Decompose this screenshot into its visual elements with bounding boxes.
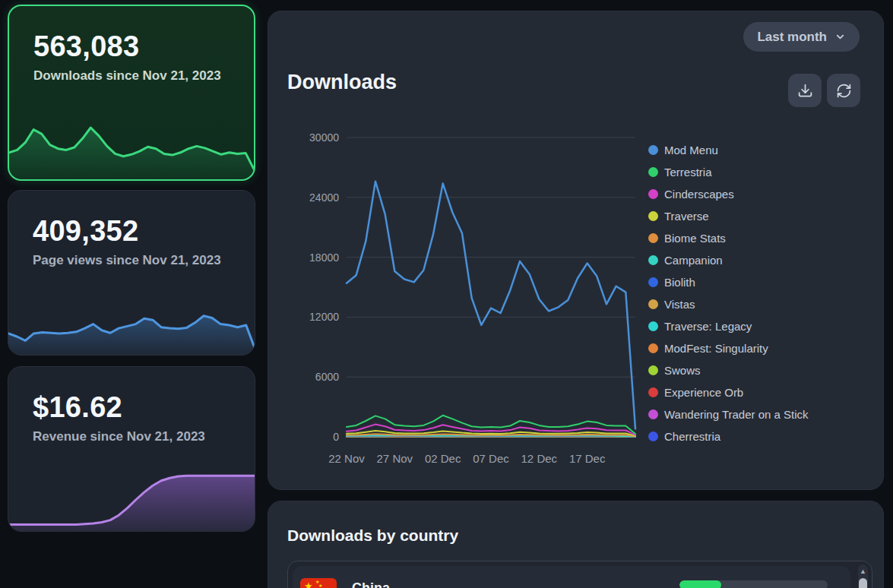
legend-label: Vistas — [664, 298, 695, 311]
legend-item[interactable]: Vistas — [648, 293, 809, 315]
pageviews-total-value: 409,352 — [33, 215, 230, 248]
legend-dot-icon — [648, 365, 658, 375]
legend-item[interactable]: Swows — [648, 359, 809, 381]
download-icon — [797, 83, 813, 99]
legend-label: Swows — [664, 364, 701, 377]
legend-dot-icon — [648, 255, 658, 265]
scroll-up-arrow-icon[interactable]: ▲ — [858, 565, 868, 577]
svg-text:12 Dec: 12 Dec — [521, 452, 558, 465]
legend-dot-icon — [648, 233, 658, 243]
legend-item[interactable]: ModFest: Singularity — [648, 337, 809, 359]
legend-dot-icon — [648, 387, 658, 397]
legend-label: Biolith — [664, 276, 695, 289]
revenue-stat-card[interactable]: $16.62 Revenue since Nov 21, 2023 — [8, 366, 255, 532]
legend-label: Campanion — [664, 254, 723, 267]
legend-dot-icon — [648, 145, 658, 155]
svg-text:27 Nov: 27 Nov — [377, 452, 413, 465]
china-flag-icon: ★★★★★ — [300, 578, 337, 588]
chart-actions — [788, 74, 860, 107]
legend-dot-icon — [648, 343, 658, 353]
refresh-icon — [836, 83, 852, 99]
legend-dot-icon — [648, 321, 658, 331]
legend-label: Cinderscapes — [664, 188, 734, 201]
revenue-total-label: Revenue since Nov 21, 2023 — [33, 428, 230, 446]
legend-item[interactable]: Biome Stats — [648, 227, 809, 249]
downloads-stat-card[interactable]: 563,083 Downloads since Nov 21, 2023 — [8, 5, 255, 181]
country-panel: Downloads by country ★★★★★ China ▲ — [268, 501, 884, 588]
legend-item[interactable]: Terrestria — [648, 161, 809, 183]
legend-item[interactable]: Cherrestria — [648, 425, 809, 447]
country-row-china: ★★★★★ China — [293, 566, 850, 588]
legend-label: Traverse — [664, 210, 709, 223]
downloads-sparkline — [9, 109, 254, 179]
time-range-dropdown[interactable]: Last month — [743, 22, 860, 52]
svg-text:17 Dec: 17 Dec — [569, 452, 606, 465]
downloads-panel-title: Downloads — [287, 71, 397, 94]
pageviews-sparkline — [8, 297, 255, 355]
svg-text:24000: 24000 — [309, 191, 339, 204]
svg-text:0: 0 — [333, 431, 339, 443]
country-progress-bar — [679, 580, 828, 588]
scrollbar-thumb[interactable] — [859, 578, 867, 588]
legend-item[interactable]: Campanion — [648, 249, 809, 271]
country-panel-title: Downloads by country — [287, 526, 458, 545]
legend-item[interactable]: Traverse: Legacy — [648, 315, 809, 337]
legend-dot-icon — [648, 167, 658, 177]
legend-label: Mod Menu — [664, 144, 718, 156]
revenue-sparkline — [8, 470, 255, 531]
legend-label: Experience Orb — [664, 386, 743, 399]
legend-item[interactable]: Cinderscapes — [648, 183, 809, 205]
downloads-line-chart: 060001200018000240003000022 Nov27 Nov02 … — [301, 125, 643, 475]
legend-label: ModFest: Singularity — [664, 342, 768, 355]
legend-dot-icon — [648, 432, 658, 441]
svg-text:02 Dec: 02 Dec — [425, 452, 461, 465]
pageviews-total-label: Page views since Nov 21, 2023 — [33, 252, 230, 270]
legend-dot-icon — [648, 277, 658, 287]
legend-label: Biome Stats — [664, 232, 726, 245]
legend-item[interactable]: Traverse — [648, 205, 809, 227]
legend-item[interactable]: Wandering Trader on a Stick — [648, 403, 809, 425]
svg-text:07 Dec: 07 Dec — [473, 452, 509, 465]
legend-dot-icon — [648, 299, 658, 309]
legend-item[interactable]: Biolith — [648, 271, 809, 293]
time-range-label: Last month — [757, 30, 827, 45]
country-list-scrollbar[interactable]: ▲ — [858, 564, 868, 588]
chevron-down-icon — [834, 31, 846, 43]
analytics-page: 563,083 Downloads since Nov 21, 2023 409… — [0, 0, 893, 588]
legend-dot-icon — [648, 211, 658, 221]
legend-dot-icon — [648, 189, 658, 199]
refresh-chart-button[interactable] — [827, 74, 860, 107]
downloads-total-value: 563,083 — [33, 30, 230, 63]
legend-label: Cherrestria — [664, 430, 720, 443]
svg-text:18000: 18000 — [309, 251, 339, 264]
legend-item[interactable]: Mod Menu — [648, 139, 809, 161]
chart-legend: Mod MenuTerrestriaCinderscapesTraverseBi… — [648, 139, 809, 447]
svg-text:22 Nov: 22 Nov — [328, 452, 365, 465]
legend-label: Traverse: Legacy — [664, 320, 752, 333]
country-name: China — [352, 580, 390, 588]
revenue-total-value: $16.62 — [33, 391, 230, 424]
legend-item[interactable]: Experience Orb — [648, 381, 809, 403]
legend-dot-icon — [648, 409, 658, 419]
svg-text:12000: 12000 — [309, 311, 339, 323]
pageviews-stat-card[interactable]: 409,352 Page views since Nov 21, 2023 — [8, 190, 255, 356]
country-progress-fill — [679, 580, 721, 588]
svg-text:6000: 6000 — [315, 371, 339, 383]
legend-label: Terrestria — [664, 166, 712, 179]
svg-text:30000: 30000 — [309, 131, 339, 144]
country-list: ★★★★★ China ▲ — [287, 561, 872, 588]
downloads-total-label: Downloads since Nov 21, 2023 — [33, 68, 230, 85]
export-chart-button[interactable] — [788, 74, 822, 107]
downloads-panel: Last month Downloads — [268, 11, 884, 490]
legend-label: Wandering Trader on a Stick — [664, 408, 809, 421]
